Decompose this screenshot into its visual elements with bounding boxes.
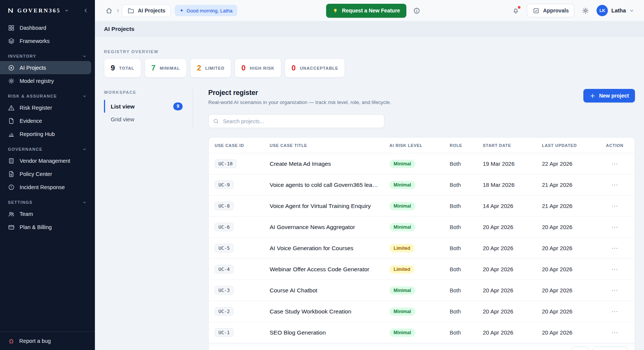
table-row[interactable]: UC-4 Webinar Offer Access Code Generator…	[209, 259, 635, 280]
sidebar-item-incident-response[interactable]: Incident Response	[0, 180, 91, 194]
register-subtitle: Real-world AI scenarios in your organiza…	[208, 99, 391, 105]
new-project-button[interactable]: New project	[583, 89, 635, 102]
sidebar-item-model-registry[interactable]: Model registry	[0, 74, 91, 87]
risk-badge: Limited	[389, 265, 414, 274]
table-footer	[209, 343, 635, 350]
table-row[interactable]: UC-8 Voice Agent for Virtual Training En…	[209, 196, 635, 217]
settings-button[interactable]	[580, 6, 591, 16]
role-cell: Both	[450, 182, 483, 188]
sidebar-section-label: SETTINGS	[8, 200, 32, 205]
report-bug-button[interactable]: Report a bug	[0, 332, 95, 350]
use-case-title: Voice agents to cold call Govern365 lea…	[270, 182, 389, 188]
target-icon	[8, 64, 15, 71]
sidebar-item-frameworks[interactable]: Frameworks	[0, 34, 91, 47]
registry-overview-label: REGISTRY OVERVIEW	[104, 49, 635, 54]
sidebar-item-label: Team	[20, 211, 33, 217]
use-case-id: UC-8	[215, 202, 233, 210]
sidebar-item-label: Incident Response	[20, 184, 65, 190]
chevron-down-icon	[629, 8, 634, 13]
stat-card-high-risk: 0 HIGH RISK	[235, 58, 281, 78]
start-date-cell: 20 Apr 2026	[483, 329, 542, 336]
sidebar-item-label: Risk Register	[20, 105, 52, 111]
column-header-start-date: START DATE	[483, 143, 542, 148]
row-actions-button[interactable]: ⋯	[606, 203, 635, 209]
request-feature-button[interactable]: Request a New Feature	[326, 4, 406, 18]
view-tab-list[interactable]: List view 9	[104, 100, 183, 113]
sidebar-item-risk-register[interactable]: Risk Register	[0, 101, 91, 114]
table-row[interactable]: UC-5 AI Voice Generation for Courses Lim…	[209, 238, 635, 259]
start-date-cell: 20 Apr 2026	[483, 287, 542, 293]
sidebar-item-dashboard[interactable]: Dashboard	[0, 21, 91, 34]
user-menu[interactable]: LK Latha	[597, 5, 634, 16]
role-cell: Both	[450, 224, 483, 230]
approvals-button[interactable]: Approvals	[527, 4, 574, 17]
table-row[interactable]: UC-3 Course AI Chatbot Minimal Both 20 A…	[209, 280, 635, 301]
stat-label: MINIMAL	[160, 66, 180, 70]
start-date-cell: 14 Apr 2026	[483, 203, 542, 209]
table-row[interactable]: UC-10 Create Meta Ad Images Minimal Both…	[209, 153, 635, 174]
building-icon	[8, 157, 15, 164]
notifications-button[interactable]	[511, 6, 521, 16]
sidebar-item-policy-center[interactable]: Policy Center	[0, 167, 91, 180]
info-button[interactable]	[412, 6, 422, 16]
page-size-select[interactable]	[571, 347, 589, 350]
info-icon	[413, 7, 420, 14]
use-case-id: UC-6	[215, 223, 233, 231]
last-updated-cell: 21 Apr 2026	[542, 182, 606, 188]
column-header-role: ROLE	[450, 143, 483, 148]
topbar: AI Projects ✦ Good morning, Latha Reques…	[95, 0, 644, 21]
sidebar-item-label: Evidence	[20, 118, 42, 124]
bar-chart-icon	[8, 131, 15, 138]
row-actions-button[interactable]: ⋯	[606, 287, 635, 294]
chevron-right-icon	[116, 8, 121, 13]
risk-badge: Minimal	[389, 160, 415, 168]
stat-card-unacceptable: 0 UNACCEPTABLE	[285, 58, 345, 78]
sidebar-item-evidence[interactable]: Evidence	[0, 114, 91, 127]
table-row[interactable]: UC-6 AI Governance News Aggregator Minim…	[209, 217, 635, 238]
page-content: REGISTRY OVERVIEW 9 TOTAL 7 MINIMAL 2 LI…	[95, 37, 644, 350]
sidebar-section-governance[interactable]: GOVERNANCE	[0, 141, 91, 154]
home-button[interactable]	[104, 6, 114, 16]
sidebar-section-risk-assurance[interactable]: RISK & ASSURANCE	[0, 87, 91, 101]
pagination-control[interactable]	[593, 347, 628, 350]
sidebar-section-inventory[interactable]: INVENTORY	[0, 47, 91, 61]
chevron-down-icon	[82, 200, 87, 205]
sidebar-collapse-button[interactable]	[82, 7, 90, 14]
table-row[interactable]: UC-1 SEO Blog Generation Minimal Both 20…	[209, 322, 635, 343]
row-actions-button[interactable]: ⋯	[606, 329, 635, 336]
avatar: LK	[597, 5, 608, 16]
use-case-title: AI Voice Generation for Courses	[270, 245, 389, 252]
row-actions-button[interactable]: ⋯	[606, 182, 635, 188]
row-actions-button[interactable]: ⋯	[606, 266, 635, 273]
row-actions-button[interactable]: ⋯	[606, 308, 635, 315]
app-logo-text: GOVERN365	[17, 8, 61, 14]
table-row[interactable]: UC-9 Voice agents to cold call Govern365…	[209, 174, 635, 196]
last-updated-cell: 20 Apr 2026	[542, 287, 606, 293]
breadcrumb[interactable]: AI Projects	[122, 5, 171, 17]
sidebar-item-reporting-hub[interactable]: Reporting Hub	[0, 127, 91, 141]
use-case-id: UC-3	[215, 286, 233, 295]
sidebar-item-team[interactable]: Team	[0, 207, 91, 220]
sidebar-section-settings[interactable]: SETTINGS	[0, 194, 91, 207]
register-title: Project register	[208, 89, 391, 97]
view-tab-grid[interactable]: Grid view	[104, 113, 183, 125]
row-actions-button[interactable]: ⋯	[606, 160, 635, 167]
breadcrumb-current: AI Projects	[138, 8, 165, 14]
use-case-title: Voice Agent for Virtual Training Enquiry	[270, 203, 389, 209]
table-row[interactable]: UC-2 Case Study Workbook Creation Minima…	[209, 301, 635, 322]
start-date-cell: 20 Apr 2026	[483, 308, 542, 315]
search-input[interactable]	[208, 114, 385, 128]
user-name: Latha	[611, 8, 626, 14]
risk-badge: Minimal	[389, 223, 415, 231]
stat-value: 7	[151, 64, 156, 72]
sidebar-item-vendor-management[interactable]: Vendor Management	[0, 154, 91, 167]
stat-card-total: 9 TOTAL	[104, 58, 141, 78]
sidebar-item-plan-billing[interactable]: Plan & Billing	[0, 220, 91, 234]
sidebar-item-ai-projects[interactable]: AI Projects	[0, 61, 91, 74]
row-actions-button[interactable]: ⋯	[606, 224, 635, 231]
sidebar-item-label: Model registry	[20, 78, 54, 84]
chevron-down-icon[interactable]	[64, 8, 69, 13]
row-actions-button[interactable]: ⋯	[606, 245, 635, 252]
sidebar-item-label: Reporting Hub	[20, 131, 55, 137]
stat-label: HIGH RISK	[250, 66, 275, 70]
